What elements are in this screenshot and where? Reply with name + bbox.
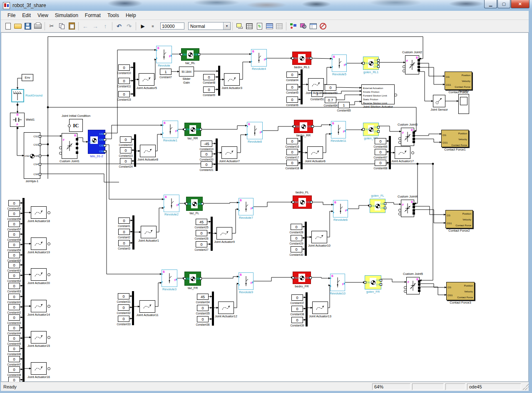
taz-fr[interactable]: CS2CS3 xyxy=(184,272,201,286)
constant4[interactable]: 0 xyxy=(286,72,298,78)
ic[interactable]: IC xyxy=(69,119,83,132)
c7[interactable]: 1 xyxy=(160,69,172,75)
constant20[interactable]: 0 xyxy=(201,151,212,157)
layers-icon[interactable] xyxy=(265,22,274,31)
constant6[interactable]: 0 xyxy=(286,96,298,103)
joint-actuator10[interactable] xyxy=(311,231,327,243)
forward-icon[interactable]: → xyxy=(91,22,100,31)
constant29[interactable]: 0 xyxy=(291,235,302,241)
menu-item-tools[interactable]: Tools xyxy=(104,12,122,19)
print-icon[interactable] xyxy=(33,22,42,31)
mux[interactable] xyxy=(22,260,25,292)
joint-actuator13[interactable] xyxy=(312,302,328,314)
save-icon[interactable] xyxy=(23,22,32,31)
rev4[interactable]: BF xyxy=(251,49,267,67)
cj5[interactable]: FB xyxy=(406,277,420,294)
mux[interactable] xyxy=(132,291,134,325)
mux[interactable] xyxy=(22,198,25,230)
library-browser-icon[interactable] xyxy=(308,22,318,31)
menu-item-format[interactable]: Format xyxy=(82,12,104,19)
up-icon[interactable]: ↑ xyxy=(101,22,110,31)
rev1[interactable]: BF xyxy=(162,121,178,138)
constant41[interactable]: 0 xyxy=(8,294,20,300)
debug-icon[interactable] xyxy=(288,22,298,31)
zemlya[interactable]: CS1CS3CS2CS5CS4CS6 xyxy=(24,132,40,179)
joint-actuator1[interactable] xyxy=(141,226,157,238)
open-icon[interactable] xyxy=(13,22,22,31)
undo-icon[interactable]: ↶ xyxy=(114,22,124,31)
joint-actuator2[interactable] xyxy=(308,78,324,91)
mux[interactable] xyxy=(218,66,220,96)
constant23[interactable]: 0 xyxy=(120,147,132,153)
constant38[interactable]: 0 xyxy=(291,306,303,312)
rev10[interactable]: BF xyxy=(330,274,345,291)
bedro-fl[interactable]: CS2CS3 xyxy=(293,195,312,209)
joint-actuator7[interactable] xyxy=(221,146,237,159)
mux[interactable] xyxy=(211,217,213,251)
joint-actuator11[interactable] xyxy=(139,300,155,313)
mux[interactable] xyxy=(216,138,218,171)
new-file-icon[interactable] xyxy=(3,22,12,31)
c65[interactable]: 1 xyxy=(338,102,350,108)
constant66[interactable]: 0 xyxy=(375,138,386,144)
constant32[interactable]: 0 xyxy=(118,304,129,311)
constant47[interactable]: 0 xyxy=(8,356,20,362)
schedule-icon[interactable] xyxy=(245,22,254,31)
bedro-rr[interactable]: CS2CS3 xyxy=(294,120,313,133)
constant67[interactable]: 0 xyxy=(375,149,386,155)
joint-actuator12[interactable] xyxy=(218,302,234,314)
constant5[interactable]: 0 xyxy=(286,84,298,90)
joint-actuator8[interactable] xyxy=(140,145,156,157)
golen-fr[interactable]: CS2CS3CS4 xyxy=(365,275,381,289)
constant19[interactable]: -45 xyxy=(201,141,212,147)
weld1[interactable]: BF xyxy=(10,113,25,127)
cforce2[interactable]: CGCG1PositionVelocityContact Force xyxy=(445,210,473,228)
mux[interactable] xyxy=(301,69,303,104)
cforce3[interactable]: CGCG1PositionVelocityContact Force xyxy=(446,282,475,300)
constant37[interactable]: 0 xyxy=(291,294,303,301)
slider[interactable]: 50.1844 xyxy=(179,67,194,77)
taz-rl[interactable]: CS2CS3 xyxy=(181,48,199,61)
copy-icon[interactable] xyxy=(57,22,66,31)
joint-actuator18[interactable] xyxy=(31,206,47,219)
constant1[interactable]: 0 xyxy=(118,218,130,224)
joint-actuator5[interactable] xyxy=(139,73,154,86)
rev8[interactable]: BF xyxy=(247,122,263,139)
joint-actuator14[interactable] xyxy=(31,300,47,312)
constant45[interactable]: 0 xyxy=(8,335,20,341)
mux[interactable] xyxy=(22,323,25,355)
resize-grip[interactable] xyxy=(523,383,529,390)
chevron-down-icon[interactable]: ▼ xyxy=(223,22,230,30)
mux[interactable] xyxy=(305,222,307,256)
rev7[interactable]: BF xyxy=(239,198,254,215)
mux[interactable] xyxy=(133,62,135,96)
menu-item-simulation[interactable]: Simulation xyxy=(52,12,82,19)
golen-rr[interactable]: CS2CS3CS4 xyxy=(363,123,379,136)
constant26[interactable]: 0 xyxy=(196,230,207,236)
constant11[interactable]: 0 xyxy=(118,78,130,84)
menu-item-edit[interactable]: Edit xyxy=(19,12,34,19)
model-explorer-icon[interactable] xyxy=(298,22,308,31)
paste-icon[interactable] xyxy=(67,22,76,31)
constant16[interactable]: 0 xyxy=(286,138,298,144)
joint-actuator16[interactable] xyxy=(31,362,47,375)
constant58[interactable]: 0 xyxy=(8,231,20,237)
rev11[interactable]: BF xyxy=(331,121,346,138)
constant48[interactable]: 0 xyxy=(8,366,20,373)
sim-mode-select[interactable]: Normal▼ xyxy=(188,22,231,30)
close-button[interactable]: ✕ xyxy=(511,0,530,8)
joint-actuator6[interactable] xyxy=(307,146,323,159)
bedro-fr[interactable]: CS2CS3 xyxy=(293,272,311,284)
rev2[interactable]: BF xyxy=(164,195,179,212)
joint-actuator9[interactable] xyxy=(216,227,232,240)
cforce1[interactable]: CGCG1PositionVelocityContact Force xyxy=(441,130,469,147)
mux[interactable] xyxy=(134,134,136,167)
constant8[interactable]: 0 xyxy=(203,74,215,80)
rootground[interactable] xyxy=(11,89,24,102)
joint-actuator20[interactable] xyxy=(31,268,47,281)
mux[interactable] xyxy=(212,292,214,326)
c64[interactable]: 0.7 xyxy=(325,97,336,103)
redo-icon[interactable]: ↷ xyxy=(124,22,134,31)
constant62[interactable]: 0 xyxy=(8,272,20,279)
mux[interactable] xyxy=(22,229,25,262)
